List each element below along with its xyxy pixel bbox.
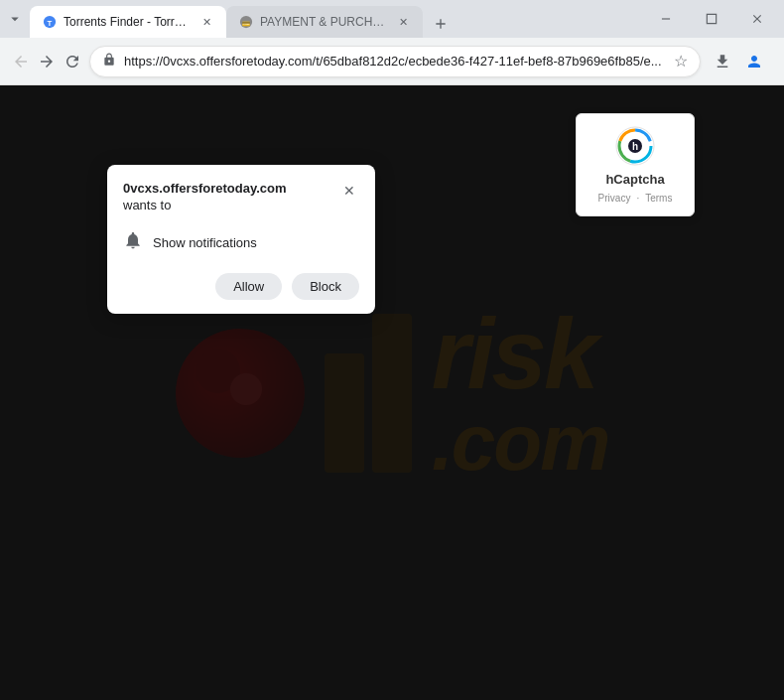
hcaptcha-terms-link[interactable]: Terms: [645, 193, 672, 204]
svg-text:T: T: [48, 19, 53, 28]
tab-torrents-finder[interactable]: T Torrents Finder - Torrent Fi... ✕: [30, 6, 226, 38]
close-tab-2[interactable]: ✕: [395, 14, 411, 30]
tab-payment[interactable]: 💳 PAYMENT & PURCHASE ✕: [226, 6, 423, 38]
menu-icon[interactable]: [772, 48, 784, 75]
profile-icon[interactable]: [740, 48, 768, 75]
hcaptcha-widget: h hCaptcha Privacy · Terms: [576, 113, 695, 216]
permission-row: Show notifications: [123, 230, 359, 255]
dialog-origin-text: 0vcxs.offersforetoday.com wants to: [123, 181, 287, 226]
minimize-button[interactable]: [643, 3, 689, 35]
bell-icon: [123, 230, 143, 255]
svg-text:💳: 💳: [242, 20, 250, 28]
dialog-close-button[interactable]: ✕: [339, 181, 359, 201]
window-controls: [643, 0, 784, 38]
hcaptcha-name: hCaptcha: [605, 172, 664, 187]
dialog-header: 0vcxs.offersforetoday.com wants to ✕: [123, 181, 359, 226]
address-bar-actions: [709, 48, 784, 75]
tab-title-2: PAYMENT & PURCHASE: [260, 15, 389, 29]
svg-text:h: h: [632, 141, 638, 152]
watermark-dotcom-text: .com: [432, 403, 609, 483]
new-tab-button[interactable]: [427, 10, 455, 38]
close-tab-1[interactable]: ✕: [198, 14, 214, 30]
tab-list-chevron[interactable]: [4, 8, 26, 30]
hcaptcha-links: Privacy · Terms: [598, 193, 673, 204]
hcaptcha-logo-icon: h: [615, 126, 655, 166]
tab-bar: T Torrents Finder - Torrent Fi... ✕ 💳 PA…: [0, 0, 784, 38]
tab-favicon-1: T: [42, 14, 58, 30]
bookmark-icon[interactable]: ☆: [674, 52, 688, 70]
tab-title-1: Torrents Finder - Torrent Fi...: [64, 15, 193, 29]
page-content: risk .com h hCaptcha Privacy: [0, 85, 784, 700]
maximize-button[interactable]: [689, 3, 734, 35]
secure-icon: [102, 53, 116, 70]
dialog-actions: Allow Block: [123, 273, 359, 300]
notification-permission-dialog: 0vcxs.offersforetoday.com wants to ✕ Sho…: [107, 165, 375, 314]
hcaptcha-privacy-link[interactable]: Privacy: [598, 193, 631, 204]
allow-button[interactable]: Allow: [215, 273, 282, 300]
permission-label: Show notifications: [153, 235, 257, 250]
back-button[interactable]: [12, 48, 30, 75]
forward-button[interactable]: [38, 48, 56, 75]
browser-window: T Torrents Finder - Torrent Fi... ✕ 💳 PA…: [0, 0, 784, 700]
tab-favicon-2: 💳: [238, 14, 254, 30]
dialog-wants: wants to: [123, 198, 287, 212]
close-button[interactable]: [734, 3, 780, 35]
url-bar[interactable]: https://0vcxs.offersforetoday.com/t/65db…: [89, 46, 701, 77]
address-bar: https://0vcxs.offersforetoday.com/t/65db…: [0, 38, 784, 85]
reload-button[interactable]: [64, 48, 81, 75]
download-icon[interactable]: [709, 48, 736, 75]
dialog-origin: 0vcxs.offersforetoday.com: [123, 181, 287, 198]
tab-bar-nav: [0, 0, 30, 38]
block-button[interactable]: Block: [292, 273, 359, 300]
watermark-risk-text: risk: [432, 304, 609, 403]
url-text: https://0vcxs.offersforetoday.com/t/65db…: [124, 54, 662, 69]
